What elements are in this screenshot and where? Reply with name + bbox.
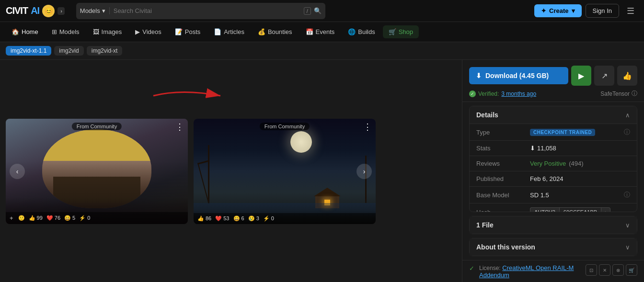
download-row: ⬇ Download (4.45 GB) ▶ ↗ 👍 [469,66,637,86]
license-symbols: ⊡ ✕ ⊗ 🛒 [586,264,637,276]
sidebar-item-events[interactable]: 📅 Events [300,25,341,38]
tag-img2vid-xt-1-1[interactable]: img2vid-xt-1.1 [6,46,51,56]
smiley-icon: 🙂 [18,215,25,221]
heart-icon: ❤️ [46,215,53,221]
logo[interactable]: CIVITAI 😊 › [6,5,65,17]
hash-copy-button[interactable]: › [601,207,610,212]
sidebar-item-videos[interactable]: ▶ Videos [129,25,167,38]
stat-cry-2: 😢 3 [248,215,259,222]
bounties-label: Bounties [268,28,292,35]
image-area: From Community ⋮ ‹ + 🙂 👍 99 ❤️ 76 😄 [0,60,462,282]
thumbsup-icon-2: 👍 [197,215,204,222]
details-panel: Details Type CHECKPOINT TRAINED ⓘ Stats … [469,106,637,212]
license-symbol-3: ⊗ [612,264,624,276]
images-icon: 🖼 [93,28,99,35]
type-info-icon[interactable]: ⓘ [624,128,630,136]
posts-label: Posts [185,28,201,35]
stat-bolt-1: ⚡ 0 [79,215,90,221]
license-prefix: License: [479,265,501,271]
sidebar-item-posts[interactable]: 📝 Posts [169,25,207,38]
stat-thumbsup-1: 👍 99 [29,215,43,221]
hash-value: 69CCFEA1BB [559,207,601,212]
thumbsup-icon: 👍 [29,215,35,221]
hash-value-container: AUTOV2 69CCFEA1BB › [530,207,610,212]
sidebar-item-images[interactable]: 🖼 Images [87,25,128,38]
tag-img2vid[interactable]: img2vid [54,46,83,56]
stat-laugh-2: 😄 6 [233,215,244,222]
published-label: Published [476,175,524,182]
stats-downloads: 11,058 [537,145,556,152]
sidebar-item-models[interactable]: ⊞ Models [46,25,85,38]
details-panel-title: Details [476,111,498,119]
carousel-prev-button[interactable]: ‹ [10,164,25,179]
search-input[interactable] [114,7,300,14]
download-area: ⬇ Download (4.45 GB) ▶ ↗ 👍 ✓ Verified: 3… [462,60,644,102]
share-icon: ↗ [601,71,608,80]
file-panel-title: 1 File [476,221,494,229]
search-icon[interactable]: 🔍 [314,7,322,14]
hash-container: AUTOV2 69CCFEA1BB › [530,207,610,212]
license-symbol-1: ⊡ [586,264,597,276]
stat-thumbsup-2: 👍 86 [197,215,211,222]
sidebar-item-articles[interactable]: 📄 Articles [208,25,250,38]
detail-row-reviews: Reviews Very Positive (494) [470,156,637,171]
logo-arrow-icon[interactable]: › [58,7,65,15]
bolt-icon-2: ⚡ [263,215,270,222]
chevron-down-icon: ▾ [102,7,105,14]
verified-badge: ✓ Verified: 3 months ago [469,90,536,97]
reviews-positive[interactable]: Very Positive [530,160,566,167]
type-label: Type [476,129,524,136]
play-button[interactable]: ▶ [571,66,591,86]
hamburger-menu-button[interactable]: ☰ [623,4,638,18]
info-icon[interactable]: ⓘ [632,90,637,98]
card-footer-2: 👍 86 ❤️ 53 😄 6 😢 3 [194,213,376,224]
verified-dot-icon: ✓ [469,90,476,97]
logo-ai: AI [31,5,39,16]
like-button[interactable]: 👍 [617,66,637,86]
thumbsup-value-1: 99 [37,215,43,221]
stat-laugh-1: 😄 5 [64,215,75,221]
published-date: Feb 6, 2024 [530,175,563,182]
tag-img2vid-xt[interactable]: img2vid-xt [87,46,123,56]
events-icon: 📅 [306,28,313,35]
download-button[interactable]: ⬇ Download (4.45 GB) [469,67,568,84]
share-button[interactable]: ↗ [594,66,614,86]
portrait-image [6,119,188,224]
carousel-next-button[interactable]: › [356,164,372,179]
search-models-dropdown[interactable]: Models ▾ [80,7,110,14]
version-panel-header[interactable]: About this version [470,238,637,256]
hash-type: AUTOV2 [530,207,559,212]
signin-button[interactable]: Sign In [586,4,619,18]
sidebar-item-shop[interactable]: 🛒 Shop [383,25,419,38]
card-menu-button-1[interactable]: ⋮ [175,123,184,131]
community-badge-2: From Community [260,123,310,130]
detail-row-published: Published Feb 6, 2024 [470,171,637,186]
verified-label: Verified: [478,90,499,97]
detail-row-hash: Hash AUTOV2 69CCFEA1BB › [470,203,637,212]
nav-actions: ✦ Create ▾ Sign In ☰ [534,4,638,18]
details-panel-header[interactable]: Details [470,106,637,124]
card-menu-button-2[interactable]: ⋮ [363,123,372,131]
download-label: Download (4.45 GB) [485,72,549,79]
cry-value-2: 3 [256,215,259,221]
add-icon: + [10,214,13,222]
tag-label: img2vid [59,47,79,54]
basemodel-info-icon[interactable]: ⓘ [624,191,630,199]
bolt-value-2: 0 [271,215,274,221]
checkpoint-badge: CHECKPOINT TRAINED [530,129,595,136]
type-value: CHECKPOINT TRAINED [530,129,595,136]
sidebar-item-builds[interactable]: 🌐 Builds [342,25,380,38]
sidebar-item-bounties[interactable]: 💰 Bounties [252,25,298,38]
verified-time-link[interactable]: 3 months ago [501,90,536,97]
stat-heart-2: ❤️ 53 [215,215,229,222]
create-button[interactable]: ✦ Create ▾ [534,4,581,17]
detail-row-type: Type CHECKPOINT TRAINED ⓘ [470,124,637,140]
cry-icon: 😢 [248,215,255,222]
images-label: Images [102,28,122,35]
models-label: Models [80,7,100,14]
bounties-icon: 💰 [258,28,265,35]
events-label: Events [316,28,335,35]
bolt-value-1: 0 [87,215,90,221]
file-panel-header[interactable]: 1 File [470,216,637,234]
sidebar-item-home[interactable]: 🏠 Home [6,25,44,38]
